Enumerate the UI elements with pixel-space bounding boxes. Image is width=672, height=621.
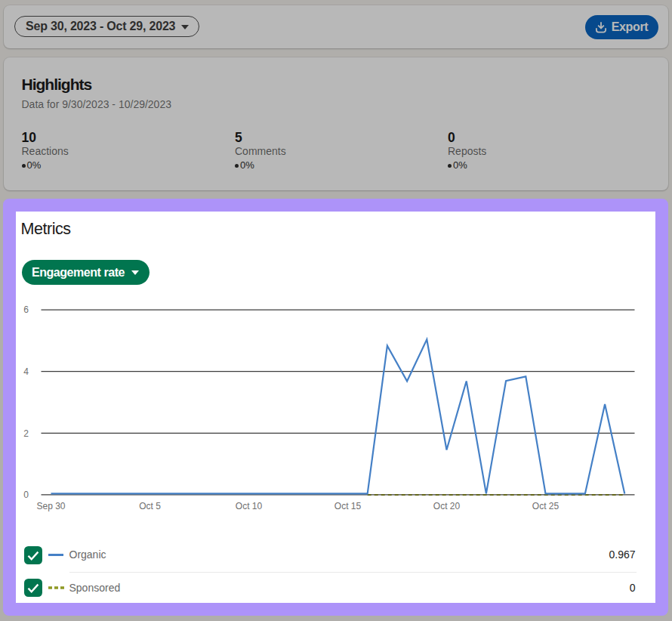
svg-text:Oct 25: Oct 25 bbox=[532, 501, 559, 511]
svg-text:Oct 15: Oct 15 bbox=[334, 501, 362, 511]
svg-text:Sep 30: Sep 30 bbox=[36, 501, 65, 511]
svg-text:0: 0 bbox=[23, 490, 29, 500]
svg-text:4: 4 bbox=[23, 366, 29, 377]
svg-text:2: 2 bbox=[23, 428, 29, 439]
svg-text:Oct 20: Oct 20 bbox=[433, 501, 461, 511]
svg-text:6: 6 bbox=[23, 304, 29, 315]
svg-text:Oct 5: Oct 5 bbox=[139, 501, 161, 511]
svg-text:Oct 10: Oct 10 bbox=[236, 501, 263, 511]
